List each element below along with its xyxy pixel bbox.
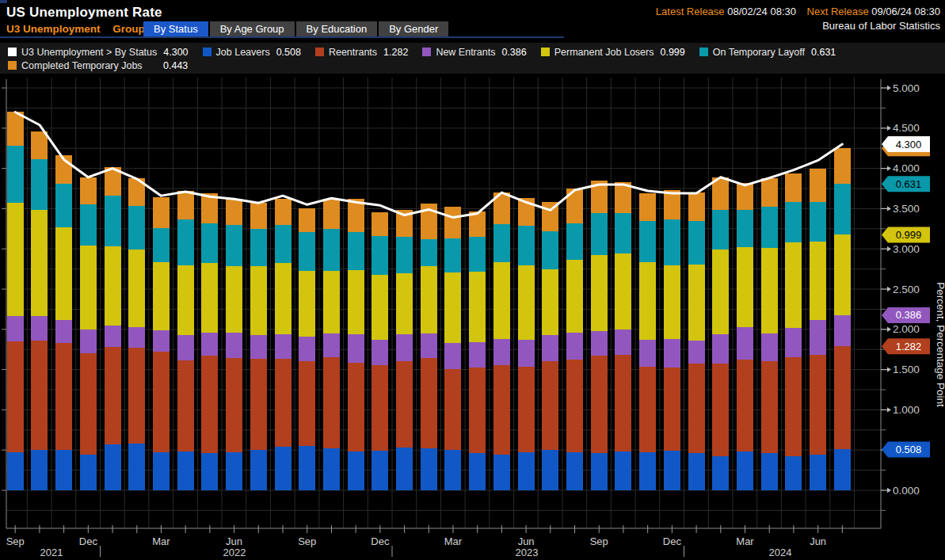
bar-segment-permanent-job-losers[interactable]: [226, 266, 242, 333]
bar-segment-new-entrants[interactable]: [737, 327, 753, 360]
bar-segment-on-temporary-layoff[interactable]: [396, 237, 413, 273]
bar-segment-on-temporary-layoff[interactable]: [275, 225, 292, 264]
bar-segment-completed-temporary-jobs[interactable]: [250, 203, 267, 229]
bar-segment-completed-temporary-jobs[interactable]: [80, 177, 97, 205]
bar-segment-permanent-job-losers[interactable]: [444, 272, 461, 343]
bar-segment-reentrants[interactable]: [834, 346, 851, 449]
bar-segment-on-temporary-layoff[interactable]: [177, 219, 194, 265]
bar-segment-completed-temporary-jobs[interactable]: [810, 169, 826, 203]
bar-segment-permanent-job-losers[interactable]: [372, 275, 388, 340]
bar-segment-permanent-job-losers[interactable]: [810, 242, 826, 320]
bar-segment-completed-temporary-jobs[interactable]: [7, 112, 24, 146]
bar-segment-on-temporary-layoff[interactable]: [566, 223, 583, 261]
bar-segment-new-entrants[interactable]: [810, 320, 826, 356]
bar-segment-reentrants[interactable]: [542, 361, 558, 450]
bar-segment-completed-temporary-jobs[interactable]: [444, 207, 461, 238]
bar-segment-new-entrants[interactable]: [444, 343, 461, 369]
bar-segment-permanent-job-losers[interactable]: [250, 266, 267, 335]
bar-segment-job-leavers[interactable]: [810, 455, 826, 490]
bar-segment-job-leavers[interactable]: [664, 451, 680, 490]
bar-segment-job-leavers[interactable]: [834, 449, 851, 490]
bar-segment-reentrants[interactable]: [372, 365, 388, 451]
bar-segment-permanent-job-losers[interactable]: [737, 247, 753, 327]
bar-segment-new-entrants[interactable]: [250, 335, 267, 359]
bar-segment-job-leavers[interactable]: [639, 452, 656, 490]
bar-segment-on-temporary-layoff[interactable]: [128, 206, 145, 250]
bar-segment-permanent-job-losers[interactable]: [153, 262, 170, 330]
bar-segment-reentrants[interactable]: [7, 341, 24, 452]
bar-segment-reentrants[interactable]: [566, 360, 583, 452]
bar-segment-reentrants[interactable]: [444, 369, 461, 451]
bar-segment-new-entrants[interactable]: [153, 330, 170, 352]
bar-segment-new-entrants[interactable]: [128, 327, 145, 348]
bar-segment-on-temporary-layoff[interactable]: [250, 229, 267, 266]
bar-segment-on-temporary-layoff[interactable]: [591, 213, 608, 255]
bar-segment-job-leavers[interactable]: [785, 456, 802, 490]
bar-segment-reentrants[interactable]: [348, 363, 364, 451]
legend-item-completed-temporary-jobs[interactable]: Completed Temporary Jobs0.443: [8, 60, 188, 71]
bar-segment-job-leavers[interactable]: [201, 453, 218, 490]
bar-segment-reentrants[interactable]: [639, 367, 656, 452]
bar-segment-reentrants[interactable]: [688, 364, 705, 453]
bar-segment-on-temporary-layoff[interactable]: [55, 184, 72, 227]
bar-segment-reentrants[interactable]: [615, 355, 631, 451]
bar-segment-completed-temporary-jobs[interactable]: [177, 191, 194, 219]
bar-segment-reentrants[interactable]: [153, 352, 170, 452]
bar-segment-job-leavers[interactable]: [275, 447, 292, 490]
bar-segment-reentrants[interactable]: [226, 358, 242, 451]
bar-segment-on-temporary-layoff[interactable]: [761, 207, 778, 248]
bar-segment-permanent-job-losers[interactable]: [785, 242, 802, 328]
bar-segment-on-temporary-layoff[interactable]: [664, 219, 680, 265]
bar-segment-new-entrants[interactable]: [591, 331, 608, 356]
bar-segment-permanent-job-losers[interactable]: [201, 263, 218, 332]
bar-segment-on-temporary-layoff[interactable]: [518, 226, 535, 265]
bar-segment-on-temporary-layoff[interactable]: [226, 225, 242, 266]
bar-segment-permanent-job-losers[interactable]: [31, 210, 48, 315]
bar-segment-reentrants[interactable]: [761, 361, 778, 453]
bar-segment-permanent-job-losers[interactable]: [323, 271, 340, 333]
bar-segment-job-leavers[interactable]: [153, 452, 170, 490]
bar-segment-on-temporary-layoff[interactable]: [444, 238, 461, 272]
bar-segment-reentrants[interactable]: [591, 356, 608, 453]
bar-segment-job-leavers[interactable]: [712, 456, 729, 490]
bar-segment-new-entrants[interactable]: [421, 333, 437, 358]
legend-item-job-leavers[interactable]: Job Leavers0.508: [203, 47, 301, 58]
bar-segment-job-leavers[interactable]: [348, 451, 364, 490]
bar-segment-reentrants[interactable]: [712, 364, 729, 456]
tab-by-age-group[interactable]: By Age Group: [210, 21, 295, 36]
bar-segment-job-leavers[interactable]: [396, 448, 413, 490]
bar-segment-completed-temporary-jobs[interactable]: [688, 192, 705, 221]
bar-segment-new-entrants[interactable]: [31, 316, 48, 341]
bar-segment-permanent-job-losers[interactable]: [688, 265, 705, 341]
bar-segment-permanent-job-losers[interactable]: [518, 265, 535, 340]
bar-segment-reentrants[interactable]: [469, 368, 486, 454]
bar-segment-on-temporary-layoff[interactable]: [493, 224, 510, 263]
bar-segment-new-entrants[interactable]: [177, 335, 194, 361]
bar-segment-new-entrants[interactable]: [712, 334, 729, 364]
bar-segment-on-temporary-layoff[interactable]: [469, 237, 486, 272]
legend-item-new-entrants[interactable]: New Entrants0.386: [422, 47, 526, 58]
bar-segment-on-temporary-layoff[interactable]: [615, 213, 631, 253]
bar-segment-on-temporary-layoff[interactable]: [348, 232, 364, 270]
bar-segment-reentrants[interactable]: [177, 360, 194, 451]
bar-segment-job-leavers[interactable]: [128, 444, 145, 490]
bar-segment-reentrants[interactable]: [396, 361, 413, 448]
bar-segment-reentrants[interactable]: [518, 367, 535, 453]
bar-segment-job-leavers[interactable]: [469, 453, 486, 490]
bar-segment-permanent-job-losers[interactable]: [542, 269, 558, 335]
bar-segment-completed-temporary-jobs[interactable]: [153, 197, 170, 228]
bar-segment-new-entrants[interactable]: [7, 316, 24, 341]
bar-segment-completed-temporary-jobs[interactable]: [275, 199, 292, 225]
bar-segment-on-temporary-layoff[interactable]: [810, 202, 826, 242]
bar-segment-new-entrants[interactable]: [55, 320, 72, 343]
bar-segment-on-temporary-layoff[interactable]: [31, 159, 48, 210]
bar-segment-job-leavers[interactable]: [737, 451, 753, 490]
bar-segment-permanent-job-losers[interactable]: [834, 234, 851, 314]
bar-segment-on-temporary-layoff[interactable]: [323, 229, 340, 271]
bar-segment-job-leavers[interactable]: [444, 450, 461, 490]
legend-item-u3-unemployment-by-status[interactable]: U3 Unemployment > By Status4.300: [8, 47, 189, 58]
bar-segment-job-leavers[interactable]: [299, 446, 315, 490]
bar-segment-on-temporary-layoff[interactable]: [542, 231, 558, 269]
bar-segment-new-entrants[interactable]: [688, 341, 705, 364]
tab-by-education[interactable]: By Education: [296, 21, 378, 36]
